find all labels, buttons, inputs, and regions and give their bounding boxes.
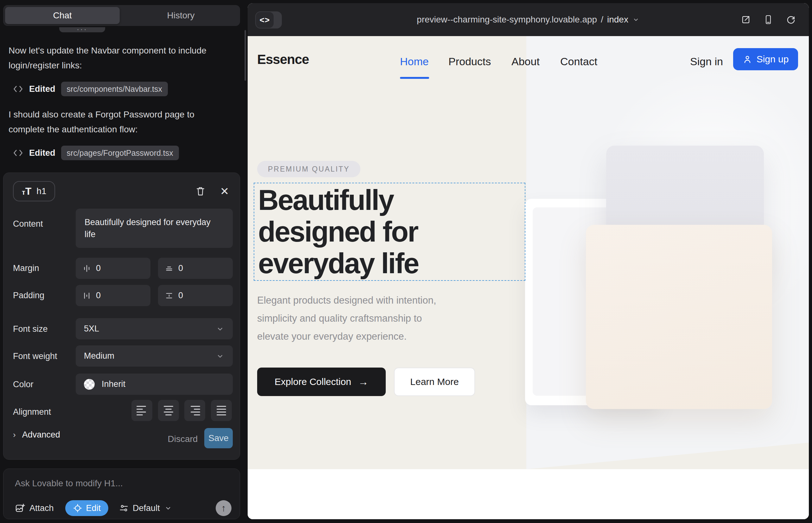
trash-icon [195,185,206,197]
code-icon [13,85,23,93]
align-left-icon [137,406,146,407]
send-button[interactable]: ↑ [216,500,231,516]
align-justify-button[interactable] [211,400,232,421]
preview-browser-window: <> preview--charming-site-symphony.lovab… [248,3,809,519]
content-input[interactable]: Beautifully designed for everyday life [76,209,233,248]
margin-horizontal-icon [83,264,91,273]
site-logo[interactable]: Essence [257,52,309,67]
hero-cta-row: Explore Collection → Learn More [257,367,475,396]
external-link-icon [741,15,751,24]
sign-in-link[interactable]: Sign in [690,55,723,68]
padding-y-value: 0 [178,291,183,301]
padding-horizontal-icon [83,292,91,300]
ellipsis-dots: ··· [77,27,88,32]
padding-vertical-icon [165,292,173,300]
nav-link-products[interactable]: Products [448,55,491,68]
hero-paragraph-line: elevate your everyday experience. [257,327,436,345]
code-icon [13,148,23,157]
nav-link-contact[interactable]: Contact [560,55,597,68]
padding-x-value: 0 [96,291,101,301]
edit-label: Edit [86,503,101,513]
edited-file-row: Edited src/pages/ForgotPassword.tsx [13,146,179,160]
composer-input[interactable] [15,479,224,494]
color-label: Color [13,380,34,390]
font-weight-label: Font weight [13,351,57,361]
explore-collection-label: Explore Collection [275,376,351,387]
save-button[interactable]: Save [204,428,233,448]
chat-history-tabbar: Chat History [3,5,240,26]
discard-button[interactable]: Discard [164,430,202,448]
edit-mode-button[interactable]: Edit [65,500,109,516]
premium-quality-badge: PREMIUM QUALITY [257,161,360,177]
padding-label: Padding [13,291,44,301]
edited-file-pill[interactable]: src/pages/ForgotPassword.tsx [61,146,179,160]
attach-image-icon [15,503,25,513]
margin-y-input[interactable]: 0 [158,258,233,279]
selected-element-chip[interactable]: тT h1 [13,181,55,201]
mobile-view-button[interactable] [764,15,773,24]
browser-chrome-bar: <> preview--charming-site-symphony.lovab… [248,3,809,36]
color-select[interactable]: Inherit [76,374,233,395]
chevron-down-icon [216,352,225,361]
target-icon [73,503,82,513]
refresh-button[interactable] [786,15,796,24]
scrolled-message-pill[interactable]: ··· [59,27,105,32]
close-editor-button[interactable]: ✕ [216,183,233,199]
advanced-label: Advanced [22,430,60,440]
tab-history[interactable]: History [124,7,238,24]
align-right-button[interactable] [184,400,205,421]
align-center-button[interactable] [158,400,179,421]
sign-up-label: Sign up [757,54,789,65]
margin-y-value: 0 [178,264,183,273]
attach-button[interactable]: Attach [15,503,54,513]
edited-file-pill[interactable]: src/components/Navbar.tsx [61,82,168,96]
app-window: Chat History ··· Now let's update the Na… [0,0,812,523]
advanced-toggle[interactable]: › Advanced [13,430,60,440]
element-editor-panel: тT h1 ✕ Content Beautifully designed for… [3,173,240,460]
font-size-label: Font size [13,324,48,334]
element-tag-label: h1 [36,186,46,196]
url-bar[interactable]: preview--charming-site-symphony.lovable.… [248,3,809,36]
chat-scrollbar-thumb[interactable] [245,30,246,81]
padding-x-input[interactable]: 0 [76,285,151,306]
sliders-icon [119,503,128,513]
chevron-down-icon [216,325,225,333]
font-size-select[interactable]: 5XL [76,318,233,339]
sign-up-button[interactable]: Sign up [733,48,798,70]
open-in-new-tab-button[interactable] [741,15,751,24]
learn-more-button[interactable]: Learn More [394,367,475,396]
close-icon: ✕ [220,186,229,197]
font-weight-select[interactable]: Medium [76,345,233,366]
content-label: Content [13,219,43,229]
nav-link-home[interactable]: Home [400,55,429,68]
padding-y-input[interactable]: 0 [158,285,233,306]
chevron-down-icon [632,16,640,23]
margin-label: Margin [13,264,39,273]
chat-message: I should also create a Forgot Password p… [8,107,228,137]
color-value: Inherit [102,379,125,389]
hero-paragraph-line: simplicity and quality craftsmanship to [257,309,436,327]
hero-paragraph: Elegant products designed with intention… [257,291,436,345]
model-default-select[interactable]: Default [119,503,172,513]
align-right-icon [191,406,200,407]
hero-paragraph-line: Elegant products designed with intention… [257,291,436,309]
font-weight-value: Medium [84,351,114,361]
align-left-button[interactable] [131,400,152,421]
chevron-down-icon [164,504,172,512]
margin-x-value: 0 [96,264,101,273]
active-nav-underline [400,77,429,79]
tab-chat[interactable]: Chat [5,7,120,24]
delete-element-button[interactable] [192,183,209,199]
hero-heading[interactable]: Beautifully designed for everyday life [258,184,418,279]
nav-link-about[interactable]: About [511,55,540,68]
color-swatch-transparent [84,379,95,390]
hero-heading-line: Beautifully [258,184,418,216]
arrow-right-icon: → [358,376,368,388]
chat-composer: Attach Edit Default [3,469,240,519]
chevron-right-icon: › [13,430,16,440]
explore-collection-button[interactable]: Explore Collection → [257,367,386,396]
hero-peach-card [586,225,772,409]
default-label: Default [133,503,160,513]
margin-x-input[interactable]: 0 [76,258,151,279]
chat-message: Now let's update the Navbar component to… [8,43,228,73]
